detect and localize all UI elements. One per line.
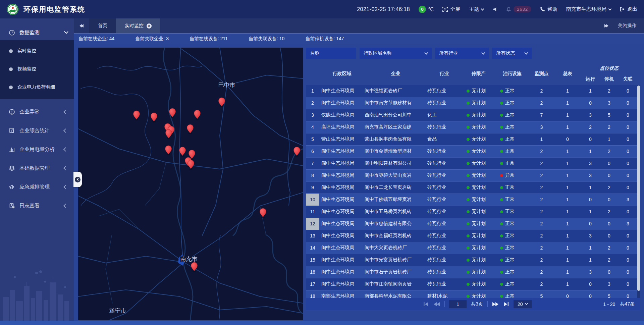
phone-icon [540,7,545,12]
datetime: 2021-02-25 17:46:18 [357,6,410,12]
table-row[interactable]: 10阆中生态环境局阆中千佛镇五郎垭页岩砖瓦行业无计划正常21003 [306,194,637,206]
stat-item: 当前在线企业: 44 [78,36,114,42]
tab-realtime-monitor[interactable]: 实时监控 × [116,18,160,33]
double-chevron-right-icon [604,24,608,28]
range-label: 1 - 20 [603,302,615,307]
table-row[interactable]: 14阆中生态环境局阆中大兴页岩机砖厂砖瓦行业无计划正常21120 [306,242,637,254]
map-pin[interactable] [194,110,201,120]
sidebar-item-enterprise-statistics[interactable]: 企业综合统计 [0,121,74,140]
table-row[interactable]: 17阆中生态环境局阆中市江南镇阆南页岩砖瓦行业无计划正常21030 [306,278,637,290]
bullet-dot-icon [9,86,13,89]
table-row[interactable]: 11阆中生态环境局阆中市五马桥页岩机砖砖瓦行业无计划正常21120 [306,206,637,218]
map-pins [133,98,300,272]
table-row[interactable]: 13阆中生态环境局阆中市金福旺页岩机砖砖瓦行业无计划正常21300 [306,230,637,242]
tab-home[interactable]: 首页 [89,18,116,33]
tab-close-icon[interactable]: × [147,23,152,29]
map-pin[interactable] [188,160,194,170]
col-group-point-status: 点位状态 [581,65,637,71]
filter-bar: 名称 行政区域名称 所有行业 所有状态 [306,48,640,59]
table-row[interactable]: 3仪陇生态环境局西南油气田分公司川中化工无计划正常71350 [306,109,637,121]
table-row[interactable]: 1阆中生态环境局阆中强锐页岩砖厂砖瓦行业无计划正常21120 [306,85,637,97]
status-dot-icon [500,186,503,189]
row-number: 18 [306,290,319,298]
sidebar-item-base-data[interactable]: 基础数据管理 [0,159,74,177]
table-row[interactable]: 12阆中生态环境局阆中市忠信建材有限公砖瓦行业无计划正常21003 [306,218,637,230]
map-pin[interactable] [151,113,157,122]
col-industry: 行业 [427,71,462,77]
table-row[interactable]: 18南部生态环境局南部县科华水泥有限公建材|水泥无计划正常50050 [306,290,637,298]
table-scrollbar[interactable] [637,85,640,298]
region-select[interactable]: 行政区域名称 [360,48,432,59]
page-size-select[interactable]: 20 [514,300,532,308]
scrollbar-thumb[interactable] [637,86,640,291]
stat-item: 当前失联设备: 10 [249,36,284,42]
pagination-bar: 1 共3页 20 1 - 20 共47条 [306,298,640,310]
table-row[interactable]: 9阆中生态环境局阆中市二龙长宝页岩砖砖瓦行业无计划正常21120 [306,181,637,194]
col-stop: 停机 [600,76,619,82]
org-dropdown[interactable]: 南充市生态环境局 [566,6,611,12]
map-pin[interactable] [187,124,194,134]
notifications[interactable]: 2632 [506,6,531,12]
row-number: 17 [306,278,319,290]
sidebar-item-realtime-monitor[interactable]: 实时监控 [0,42,74,60]
app-title: 环保用电监管系统 [23,5,85,14]
table-row[interactable]: 15阆中生态环境局阆中市光富页岩机砖厂砖瓦行业无计划正常21120 [306,254,637,266]
name-search-input[interactable]: 名称 [306,48,356,59]
status-dot-icon [500,114,503,117]
map-city-label: 遂宁市 [109,308,126,314]
status-dot-icon [500,283,503,286]
next-page-button[interactable] [492,302,499,307]
row-number: 3 [306,109,319,121]
sidebar-collapse-handle[interactable] [73,172,82,187]
fullscreen-button[interactable]: 全屏 [442,6,460,12]
map[interactable]: 巴中市南充市遂宁市 [78,48,303,320]
page-number-input[interactable]: 1 [449,300,467,308]
theme-dropdown[interactable]: 主题 [469,6,484,12]
notification-count-badge: 2632 [514,6,531,12]
map-pin[interactable] [179,147,186,157]
tabs-scroll-left-button[interactable] [74,18,89,33]
status-dot-icon [500,271,503,274]
sidebar-item-enterprise-abnormal[interactable]: 企业异常 [0,102,74,121]
prev-page-button[interactable] [433,302,440,307]
enterprise-panel: 名称 行政区域名称 所有行业 所有状态 行政区域 企业 行业 停限产 治污设施 … [306,48,640,320]
help-button[interactable]: 帮助 [540,6,557,12]
sidebar-item-emergency-reduction[interactable]: 应急减排管理 [0,177,74,196]
tabs-scroll-right-button[interactable] [604,24,608,28]
table-row[interactable]: 16阆中生态环境局阆中市石子页岩机砖厂砖瓦行业无计划正常21300 [306,266,637,278]
chevron-left-icon [63,166,68,170]
logout-icon [620,7,625,12]
table-row[interactable]: 7阆中生态环境局阆中明阳建材有限公司砖瓦行业无计划正常21300 [306,157,637,169]
map-pin[interactable] [260,208,266,218]
close-operations-button[interactable]: 关闭操作 [618,23,637,29]
status-dot-icon [467,102,470,105]
first-page-button[interactable] [423,302,429,307]
sidebar-item-power-analysis[interactable]: 企业用电量分析 [0,140,74,159]
table-row[interactable]: 4高坪生态环境局南充市高坪区王家店建砖瓦行业无计划正常31220 [306,121,637,133]
logout-button[interactable]: 退出 [620,6,637,12]
map-pin[interactable] [165,146,172,155]
col-facility: 治污设施 [495,71,529,77]
mute-button[interactable] [492,7,497,12]
status-select[interactable]: 所有状态 [492,48,532,59]
divider [487,301,488,307]
sidebar-item-video-monitor[interactable]: 视频监控 [0,60,74,78]
last-page-button[interactable] [503,302,509,307]
megaphone-icon [9,184,15,190]
table-row[interactable]: 2阆中生态环境局阆中市南方节能建材有砖瓦行业无计划正常21030 [306,97,637,109]
col-limit: 停限产 [462,71,495,77]
map-pin[interactable] [133,111,140,120]
map-pin[interactable] [191,262,198,272]
industry-select[interactable]: 所有行业 [435,48,489,59]
sidebar-item-power-load-detail[interactable]: 企业电力负荷明细 [0,78,74,96]
sidebar-submenu: 实时监控 视频监控 企业电力负荷明细 [0,40,74,99]
sidebar-item-logs[interactable]: 日志查看 [0,196,74,215]
sidebar-group-data-monitoring[interactable]: 数据监测 [0,25,74,40]
table-row[interactable]: 5营山生态环境局营山县润丰肉食品有限食品无计划正常10010 [306,133,637,145]
table-row[interactable]: 6阆中生态环境局阆中市金博瑞新型墙材砖瓦行业无计划正常21120 [306,145,637,157]
status-dot-icon [500,259,503,262]
col-run: 运行 [581,76,600,82]
double-chevron-left-icon [79,24,84,28]
table-row[interactable]: 8阆中生态环境局阆中市枣碧大梁山页岩砖瓦行业无计划异常21300 [306,169,637,181]
map-pin[interactable] [166,129,172,139]
